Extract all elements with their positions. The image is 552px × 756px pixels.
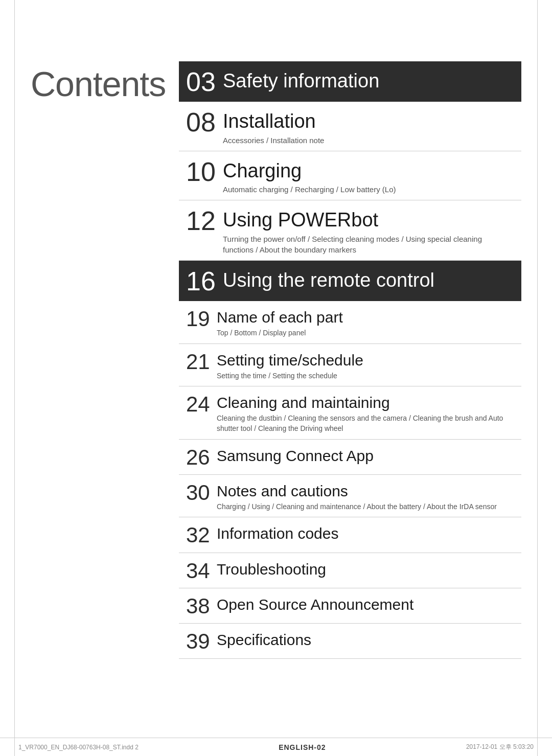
toc-item-troubleshooting[interactable]: 34 Troubleshooting bbox=[179, 553, 521, 588]
toc-item-schedule[interactable]: 21 Setting time/schedule Setting the tim… bbox=[179, 344, 521, 387]
toc-text-charging: Charging Automatic charging / Recharging… bbox=[223, 156, 514, 195]
toc-subtitle-schedule: Setting the time / Setting the schedule bbox=[217, 371, 514, 381]
toc-number-specifications: 39 bbox=[186, 630, 217, 653]
toc-title-safety: Safety information bbox=[223, 66, 514, 93]
toc-text-powerbot: Using POWERbot Turning the power on/off … bbox=[223, 205, 514, 255]
toc-number-open-source: 38 bbox=[186, 594, 217, 618]
toc-text-schedule: Setting time/schedule Setting the time /… bbox=[217, 349, 514, 381]
toc-item-remote[interactable]: 16 Using the remote control bbox=[179, 261, 521, 301]
toc-number-notes: 30 bbox=[186, 481, 217, 505]
toc-item-charging[interactable]: 10 Charging Automatic charging / Recharg… bbox=[179, 151, 521, 201]
toc-number-info-codes: 32 bbox=[186, 523, 217, 547]
toc-title-schedule: Setting time/schedule bbox=[217, 349, 514, 370]
toc-number-schedule: 21 bbox=[186, 350, 217, 374]
toc-number-installation: 08 bbox=[186, 108, 223, 137]
toc-title-samsung-app: Samsung Connect App bbox=[217, 445, 514, 465]
page-border-right bbox=[537, 0, 538, 756]
toc-subtitle-notes: Charging / Using / Cleaning and maintena… bbox=[217, 502, 514, 512]
toc-text-cleaning: Cleaning and maintaining Cleaning the du… bbox=[217, 392, 514, 433]
toc-number-powerbot: 12 bbox=[186, 207, 223, 236]
toc-title-installation: Installation bbox=[223, 107, 514, 133]
toc-number-parts: 19 bbox=[186, 307, 217, 331]
toc-subtitle-cleaning: Cleaning the dustbin / Cleaning the sens… bbox=[217, 414, 514, 433]
toc-text-specifications: Specifications bbox=[217, 629, 514, 649]
toc-text-troubleshooting: Troubleshooting bbox=[217, 558, 514, 579]
toc-text-installation: Installation Accessories / Installation … bbox=[223, 107, 514, 146]
footer-center: ENGLISH-02 bbox=[279, 743, 326, 751]
toc-title-cleaning: Cleaning and maintaining bbox=[217, 392, 514, 412]
toc-item-cleaning[interactable]: 24 Cleaning and maintaining Cleaning the… bbox=[179, 386, 521, 439]
toc-item-safety[interactable]: 03 Safety information bbox=[179, 61, 521, 102]
toc-title-troubleshooting: Troubleshooting bbox=[217, 558, 514, 579]
toc-item-info-codes[interactable]: 32 Information codes bbox=[179, 517, 521, 553]
toc-item-open-source[interactable]: 38 Open Source Announcement bbox=[179, 588, 521, 624]
toc-subtitle-parts: Top / Bottom / Display panel bbox=[217, 328, 514, 338]
toc-title-parts: Name of each part bbox=[217, 306, 514, 327]
toc-title-specifications: Specifications bbox=[217, 629, 514, 649]
page-title: Contents bbox=[31, 61, 174, 101]
toc-item-notes[interactable]: 30 Notes and cautions Charging / Using /… bbox=[179, 475, 521, 518]
toc-title-open-source: Open Source Announcement bbox=[217, 593, 514, 614]
toc-item-parts[interactable]: 19 Name of each part Top / Bottom / Disp… bbox=[179, 301, 521, 344]
footer-left: 1_VR7000_EN_DJ68-00763H-08_ST.indd 2 bbox=[18, 744, 139, 751]
page-border-left bbox=[14, 0, 15, 756]
footer-bar: 1_VR7000_EN_DJ68-00763H-08_ST.indd 2 ENG… bbox=[0, 738, 552, 756]
toc-number-troubleshooting: 34 bbox=[186, 559, 217, 583]
toc-text-remote: Using the remote control bbox=[223, 266, 514, 292]
toc-subtitle-charging: Automatic charging / Recharging / Low ba… bbox=[223, 184, 514, 195]
toc-number-remote: 16 bbox=[186, 267, 223, 296]
toc-subtitle-powerbot: Turning the power on/off / Selecting cle… bbox=[223, 234, 514, 255]
toc-number-cleaning: 24 bbox=[186, 393, 217, 416]
toc-text-open-source: Open Source Announcement bbox=[217, 593, 514, 614]
toc-title-info-codes: Information codes bbox=[217, 522, 514, 543]
toc-text-parts: Name of each part Top / Bottom / Display… bbox=[217, 306, 514, 338]
toc-text-safety: Safety information bbox=[223, 66, 514, 93]
toc-number-charging: 10 bbox=[186, 157, 223, 187]
toc-item-installation[interactable]: 08 Installation Accessories / Installati… bbox=[179, 102, 521, 151]
toc-container: 03 Safety information 08 Installation Ac… bbox=[179, 61, 521, 659]
footer-right: 2017-12-01 오후 5:03:20 bbox=[466, 743, 534, 751]
toc-text-samsung-app: Samsung Connect App bbox=[217, 445, 514, 465]
toc-item-powerbot[interactable]: 12 Using POWERbot Turning the power on/o… bbox=[179, 200, 521, 261]
toc-title-powerbot: Using POWERbot bbox=[223, 205, 514, 232]
toc-text-info-codes: Information codes bbox=[217, 522, 514, 543]
toc-subtitle-installation: Accessories / Installation note bbox=[223, 135, 514, 146]
main-content: Contents 03 Safety information 08 Instal… bbox=[31, 61, 521, 659]
toc-number-samsung-app: 26 bbox=[186, 446, 217, 469]
toc-title-notes: Notes and cautions bbox=[217, 480, 514, 500]
toc-title-remote: Using the remote control bbox=[223, 266, 514, 292]
toc-title-charging: Charging bbox=[223, 156, 514, 183]
toc-number-safety: 03 bbox=[186, 67, 223, 97]
toc-text-notes: Notes and cautions Charging / Using / Cl… bbox=[217, 480, 514, 512]
toc-item-specifications[interactable]: 39 Specifications bbox=[179, 624, 521, 659]
toc-item-samsung-app[interactable]: 26 Samsung Connect App bbox=[179, 440, 521, 475]
